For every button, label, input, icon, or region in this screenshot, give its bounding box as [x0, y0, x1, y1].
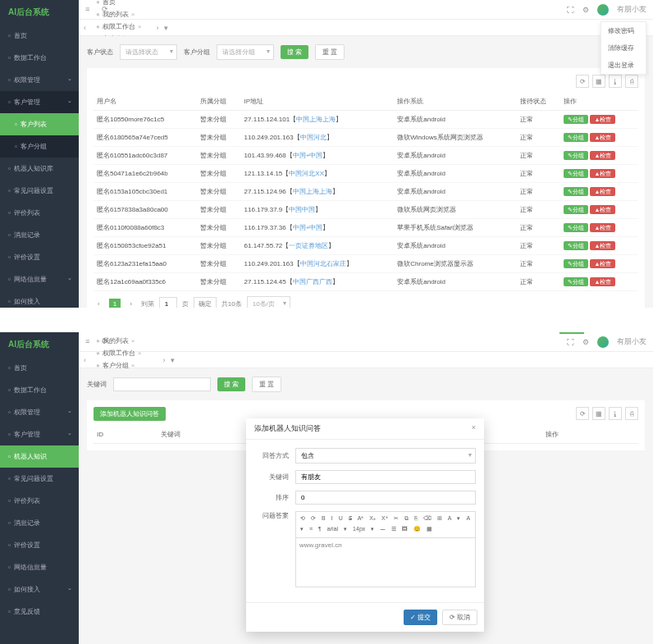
check-button[interactable]: ▲检查: [590, 223, 615, 232]
page-prev[interactable]: ‹: [94, 299, 104, 308]
sidebar-item[interactable]: ▫首页: [0, 357, 79, 379]
page-input[interactable]: [159, 297, 177, 308]
reset-button[interactable]: 重 置: [252, 377, 281, 392]
tab[interactable]: ●首页: [91, 0, 147, 8]
sidebar-item[interactable]: ▫首页: [0, 25, 79, 47]
editor-tool-icon[interactable]: 🖼: [400, 525, 409, 535]
search-button[interactable]: 搜 索: [217, 377, 245, 391]
tab[interactable]: ●我的列表 ×: [91, 8, 147, 21]
ip-location-link[interactable]: 中国+中国: [293, 152, 323, 159]
check-button[interactable]: ▲检查: [590, 241, 615, 250]
editor-tool-icon[interactable]: Aᵃ: [356, 514, 366, 523]
page-next[interactable]: ›: [126, 299, 136, 308]
check-button[interactable]: ▲检查: [590, 277, 615, 286]
editor-tool-icon[interactable]: ¶: [317, 525, 323, 535]
ip-location-link[interactable]: 中国河北石家庄: [300, 260, 346, 267]
editor-tool-icon[interactable]: ⊞: [436, 514, 444, 523]
status-select[interactable]: 请选择状态: [120, 44, 177, 60]
sidebar-item[interactable]: ▫机器人知识库: [0, 158, 79, 180]
editor-tool-icon[interactable]: Xₐ: [368, 514, 377, 523]
editor-tool-icon[interactable]: U: [337, 514, 345, 523]
check-button[interactable]: ▲检查: [590, 151, 615, 160]
editor-tool-icon[interactable]: ⎘: [413, 514, 419, 523]
sort-field[interactable]: [295, 491, 476, 505]
sidebar-item[interactable]: ▫权限管理⌄: [0, 401, 79, 423]
sidebar-item[interactable]: ▫网络信息量: [0, 556, 79, 578]
group-button[interactable]: ✎分组: [564, 133, 588, 142]
tab-menu-icon[interactable]: ▾: [164, 24, 168, 32]
sidebar-item[interactable]: ▫数据工作台: [0, 379, 79, 401]
group-button[interactable]: ✎分组: [564, 151, 588, 160]
dropdown-item[interactable]: 清除缓存: [601, 39, 646, 57]
tab[interactable]: ●权限工作台 ×: [91, 347, 153, 359]
ip-location-link[interactable]: 一页证券地区: [289, 242, 328, 249]
tab-next-icon[interactable]: ›: [163, 356, 166, 364]
export-icon[interactable]: ⭳: [609, 407, 622, 420]
sidebar-item[interactable]: ▫权限管理⌄: [0, 69, 79, 91]
group-button[interactable]: ✎分组: [564, 205, 588, 214]
print-icon[interactable]: ⎙: [625, 75, 638, 88]
print-icon[interactable]: ⎙: [625, 407, 638, 420]
sidebar-item[interactable]: ▫常见问题设置: [0, 468, 79, 490]
close-icon[interactable]: ×: [131, 11, 135, 18]
gear-icon[interactable]: ⚙: [582, 6, 589, 14]
dropdown-item[interactable]: 退出登录: [601, 57, 646, 74]
search-button[interactable]: 搜 索: [281, 45, 308, 59]
editor-tool-icon[interactable]: 😊: [412, 525, 422, 535]
check-button[interactable]: ▲检查: [590, 187, 615, 196]
keyword-field[interactable]: [295, 470, 476, 484]
ip-location-link[interactable]: 中国+中国: [293, 224, 323, 231]
editor-tool-icon[interactable]: ▾: [342, 525, 349, 535]
username[interactable]: 有朋小友: [617, 336, 646, 347]
editor-content[interactable]: www.gravel.cn: [295, 538, 476, 587]
tab-menu-icon[interactable]: ▾: [171, 356, 175, 364]
expand-icon[interactable]: ⛶: [567, 6, 574, 14]
avatar[interactable]: [597, 4, 609, 16]
sidebar-item[interactable]: ▫评价列表: [0, 490, 79, 512]
editor-tool-icon[interactable]: ✂: [392, 514, 400, 523]
check-button[interactable]: ▲检查: [590, 133, 615, 142]
sidebar-item[interactable]: ▫机器人知识: [0, 445, 79, 468]
editor-tool-icon[interactable]: ≡: [308, 525, 314, 535]
tab[interactable]: ●权限工作台 ×: [91, 21, 147, 33]
gear-icon[interactable]: ⚙: [582, 338, 589, 346]
page-go[interactable]: 确定: [194, 297, 217, 308]
ip-location-link[interactable]: 中国上海上海: [296, 116, 336, 123]
sidebar-item[interactable]: ▫消息记录: [0, 512, 79, 534]
refresh-icon[interactable]: ⟳: [576, 75, 589, 88]
ip-location-link[interactable]: 中国广西广西: [293, 278, 332, 285]
editor-tool-icon[interactable]: ☰: [390, 525, 398, 535]
cancel-button[interactable]: ⟳ 取消: [442, 610, 477, 625]
ip-location-link[interactable]: 中国河北XX: [289, 170, 324, 177]
check-button[interactable]: ▲检查: [590, 259, 615, 268]
ip-location-link[interactable]: 中国中国: [289, 206, 315, 213]
ip-location-link[interactable]: 中国河北: [300, 134, 326, 141]
sidebar-item[interactable]: ▫数据工作台: [0, 47, 79, 69]
group-button[interactable]: ✎分组: [564, 241, 588, 250]
editor-tool-icon[interactable]: A: [464, 514, 472, 523]
tab-prev-icon[interactable]: ‹: [84, 356, 86, 364]
editor-tool-icon[interactable]: A: [446, 514, 454, 523]
sidebar-item[interactable]: ▫评价设置: [0, 534, 79, 556]
close-icon[interactable]: ×: [138, 349, 142, 357]
match-select[interactable]: 包含: [295, 448, 476, 464]
editor-tool-icon[interactable]: S̶: [347, 514, 354, 523]
editor-tool-icon[interactable]: ▦: [425, 525, 434, 535]
tab-prev-icon[interactable]: ‹: [84, 24, 86, 32]
columns-icon[interactable]: ▦: [592, 407, 605, 420]
add-knowledge-button[interactable]: 添加机器人知识问答: [94, 407, 166, 421]
page-1[interactable]: 1: [109, 299, 121, 308]
dropdown-item[interactable]: 修改密码: [601, 22, 646, 39]
group-button[interactable]: ✎分组: [564, 169, 588, 178]
avatar[interactable]: [597, 336, 609, 348]
export-icon[interactable]: ⭳: [609, 75, 622, 88]
reset-button[interactable]: 重 置: [315, 44, 345, 60]
sidebar-item[interactable]: ▫常见问题设置: [0, 180, 79, 202]
editor-tool-icon[interactable]: I: [330, 514, 335, 523]
group-button[interactable]: ✎分组: [564, 223, 588, 232]
check-button[interactable]: ▲检查: [590, 169, 615, 178]
editor-tool-icon[interactable]: arial: [326, 525, 340, 535]
ip-location-link[interactable]: 中国上海上海: [293, 188, 332, 195]
refresh-icon[interactable]: ⟳: [576, 407, 589, 420]
columns-icon[interactable]: ▦: [592, 75, 605, 88]
